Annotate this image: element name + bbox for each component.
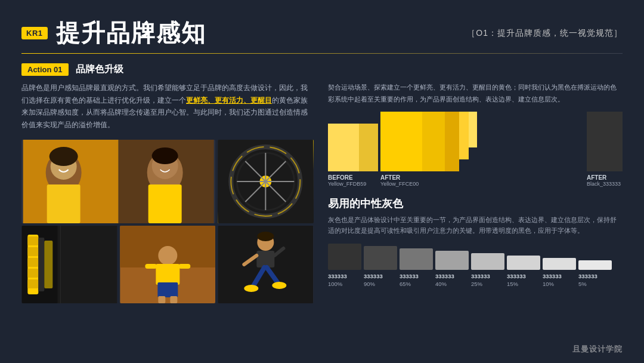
image-player-placeholder — [120, 226, 216, 303]
gray-label-1: 33333390% — [364, 272, 383, 288]
gray-swatch-2: 33333365% — [400, 248, 433, 288]
before-title: BEFORE — [328, 174, 378, 181]
image-grid — [21, 140, 314, 303]
gray-swatch-7: 3333335% — [578, 260, 612, 288]
image-bike-placeholder — [218, 140, 314, 223]
gray-swatch-0: 333333100% — [328, 244, 361, 288]
right-panel: 契合运动场景、探索建立一个更鲜亮、更有活力、更醒目的黄色；同时我们认为黑色在搏派… — [328, 82, 623, 303]
description-text: 品牌色是用户感知品牌最直观的方式。我们希望能够立足于品牌的高度去做设计，因此，我… — [21, 82, 314, 131]
desc-highlight: 更鲜亮、更有活力、更醒目 — [186, 97, 272, 104]
after-yellow-title: AFTER — [380, 174, 477, 181]
swatch-before-light — [328, 124, 359, 171]
gray-label-5: 33333315% — [507, 272, 526, 288]
header: KR1 提升品牌感知 ［O1：提升品牌质感，统一视觉规范］ — [21, 17, 623, 50]
swatch-after-yellow-main — [380, 112, 422, 171]
neutral-desc: 灰色也是产品体验设计中至关重要的一节，为产品界面创造结构、表达边界、建立信息层次… — [328, 214, 623, 236]
svg-rect-7 — [148, 184, 182, 223]
svg-point-9 — [152, 147, 178, 164]
before-swatch-group: BEFORE Yellow_FFDB59 — [328, 124, 378, 187]
gray-rect-3 — [435, 251, 469, 270]
color-swatches-section: BEFORE Yellow_FFDB59 — [328, 112, 623, 187]
image-weights — [21, 226, 117, 303]
after-black-code: Black_333333 — [587, 181, 623, 187]
svg-rect-28 — [57, 226, 117, 303]
svg-rect-36 — [178, 264, 190, 269]
gray-rect-7 — [578, 260, 612, 270]
action-title: 品牌色升级 — [76, 63, 123, 76]
gray-swatch-6: 33333310% — [543, 258, 576, 288]
gray-label-7: 3333335% — [578, 272, 597, 288]
gray-label-6: 33333310% — [543, 272, 562, 288]
kr-badge: KR1 — [21, 27, 48, 39]
image-weights-placeholder — [21, 226, 117, 303]
svg-rect-37 — [158, 296, 165, 303]
svg-rect-23 — [27, 258, 38, 267]
swatch-before-mid — [359, 124, 378, 171]
action-section: Action 01 品牌色升级 — [21, 63, 623, 76]
gray-rect-1 — [364, 246, 397, 270]
right-description: 契合运动场景、探索建立一个更鲜亮、更有活力、更醒目的黄色；同时我们认为黑色在搏派… — [328, 82, 623, 106]
image-running — [218, 226, 314, 303]
svg-rect-35 — [145, 264, 157, 269]
action-badge: Action 01 — [21, 63, 69, 76]
gray-rect-6 — [543, 258, 576, 270]
gray-rect-0 — [328, 244, 361, 270]
svg-rect-42 — [257, 251, 275, 267]
header-divider — [21, 53, 623, 54]
svg-rect-22 — [27, 247, 38, 256]
gray-swatch-5: 33333315% — [507, 256, 540, 288]
after-yellow-bars — [380, 112, 477, 171]
header-subtitle: ［O1：提升品牌质感，统一视觉规范］ — [467, 28, 623, 39]
image-running-placeholder — [218, 226, 314, 303]
after-black-swatch-group: AFTER Black_333333 — [587, 112, 623, 187]
swatch-row: BEFORE Yellow_FFDB59 — [328, 112, 623, 187]
swatch-after-yellow-darker — [445, 112, 459, 171]
watermark: 且曼设计学院 — [572, 344, 623, 355]
gray-swatches: 333333100%33333390%33333365%33333340%333… — [328, 244, 623, 288]
gray-swatch-4: 33333325% — [471, 253, 504, 288]
svg-point-4 — [49, 147, 78, 166]
svg-point-32 — [158, 246, 177, 265]
svg-point-48 — [273, 282, 287, 289]
gray-swatch-1: 33333390% — [364, 246, 397, 288]
gray-rect-5 — [507, 256, 540, 270]
svg-rect-24 — [27, 269, 38, 278]
swatch-after-black — [587, 112, 623, 171]
after-yellow-label: AFTER Yellow_FFCE00 — [380, 174, 477, 187]
gray-swatch-3: 33333340% — [435, 251, 469, 288]
image-people-placeholder — [21, 140, 215, 223]
after-black-bars — [587, 112, 623, 171]
before-code: Yellow_FFDB59 — [328, 181, 378, 187]
svg-rect-27 — [44, 241, 52, 288]
page-container: KR1 提升品牌感知 ［O1：提升品牌质感，统一视觉规范］ Action 01 … — [0, 0, 644, 363]
svg-rect-34 — [157, 282, 178, 297]
before-label: BEFORE Yellow_FFDB59 — [328, 174, 378, 187]
gray-label-4: 33333325% — [471, 272, 490, 288]
image-bike — [218, 140, 314, 223]
left-panel: 品牌色是用户感知品牌最直观的方式。我们希望能够立足于品牌的高度去做设计，因此，我… — [21, 82, 314, 303]
gray-rect-2 — [400, 248, 433, 270]
before-swatch-bars — [328, 124, 378, 171]
gray-label-2: 33333365% — [400, 272, 419, 288]
neutral-section: 易用的中性灰色 灰色也是产品体验设计中至关重要的一节，为产品界面创造结构、表达边… — [328, 196, 623, 288]
image-people — [21, 140, 215, 223]
gray-label-3: 33333340% — [435, 272, 454, 288]
swatch-after-yellow-dark — [422, 112, 445, 171]
svg-rect-2 — [47, 184, 80, 223]
svg-point-47 — [244, 285, 259, 292]
page-title: 提升品牌感知 — [56, 17, 206, 50]
neutral-title: 易用的中性灰色 — [328, 196, 623, 211]
after-yellow-swatch-group: AFTER Yellow_FFCE00 — [380, 112, 477, 187]
svg-rect-25 — [27, 279, 38, 288]
after-black-label: AFTER Black_333333 — [587, 174, 623, 187]
gray-label-0: 333333100% — [328, 272, 347, 288]
after-yellow-code: Yellow_FFCE00 — [380, 181, 477, 187]
after-black-title: AFTER — [587, 174, 623, 181]
svg-rect-38 — [170, 296, 177, 303]
image-player — [120, 226, 216, 303]
svg-rect-33 — [156, 264, 179, 285]
header-left: KR1 提升品牌感知 — [21, 17, 206, 50]
svg-point-41 — [258, 232, 274, 241]
gray-rect-4 — [471, 253, 504, 270]
svg-rect-21 — [27, 236, 38, 245]
